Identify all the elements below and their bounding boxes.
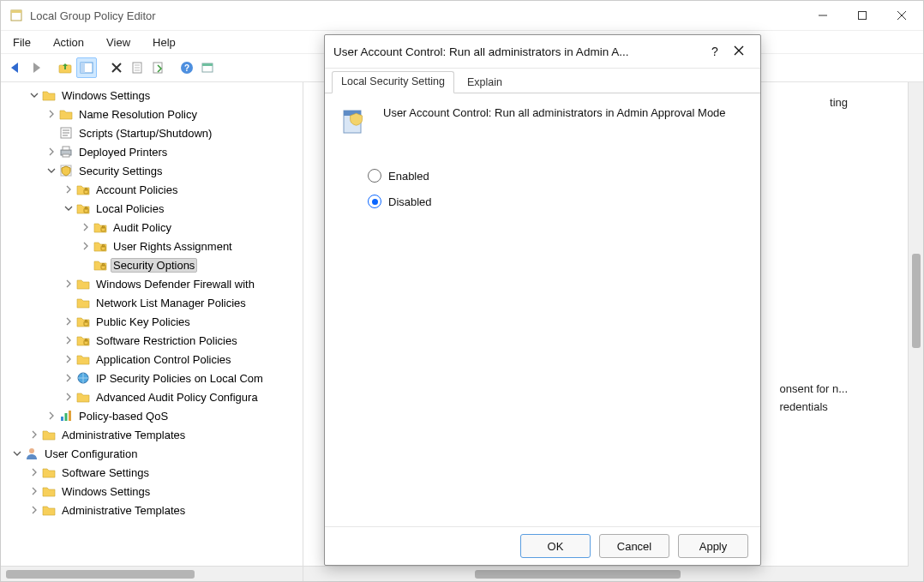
svg-rect-21 xyxy=(63,154,69,157)
tree-item[interactable]: Software Settings xyxy=(4,463,303,482)
details-horizontal-scrollbar[interactable] xyxy=(303,566,909,581)
scrollbar-thumb[interactable] xyxy=(6,570,195,579)
dialog-close-button[interactable] xyxy=(726,44,752,59)
scrollbar-thumb[interactable] xyxy=(912,254,921,348)
tree-item-label: Security Settings xyxy=(76,164,165,178)
maximize-button[interactable] xyxy=(843,2,882,29)
expand-icon[interactable] xyxy=(63,183,75,195)
tree-item-label: Policy-based QoS xyxy=(76,409,171,423)
apply-button[interactable]: Apply xyxy=(678,534,748,558)
expand-icon[interactable] xyxy=(28,504,40,516)
folder-l-icon xyxy=(93,258,107,272)
folder-l-icon xyxy=(76,333,90,347)
radio-disabled-label: Disabled xyxy=(388,195,432,208)
svg-rect-8 xyxy=(81,63,85,73)
tree-item[interactable]: Policy-based QoS xyxy=(4,406,303,425)
expand-icon[interactable] xyxy=(28,466,40,478)
expand-icon[interactable] xyxy=(45,146,57,158)
tree-item[interactable]: Security Options xyxy=(4,255,303,274)
collapse-icon[interactable] xyxy=(28,89,40,101)
scrollbar-thumb[interactable] xyxy=(475,570,681,579)
dialog-help-button[interactable]: ? xyxy=(704,45,726,58)
ok-button[interactable]: OK xyxy=(520,534,591,558)
export-button[interactable] xyxy=(148,58,167,77)
up-folder-button[interactable] xyxy=(56,58,75,77)
folder-icon xyxy=(76,296,90,309)
tree-item[interactable]: Audit Policy xyxy=(4,218,303,237)
tree-item[interactable]: Administrative Templates xyxy=(4,501,303,519)
help-button[interactable]: ? xyxy=(177,58,196,77)
tree-pane: Windows SettingsName Resolution PolicySc… xyxy=(1,82,303,581)
folder-icon xyxy=(42,428,56,441)
expand-icon[interactable] xyxy=(63,391,75,403)
tree-item[interactable]: Name Resolution Policy xyxy=(4,105,303,123)
tree-item[interactable]: Software Restriction Policies xyxy=(4,331,303,350)
svg-rect-20 xyxy=(63,147,69,150)
delete-button[interactable] xyxy=(107,58,126,77)
expand-icon[interactable] xyxy=(28,485,40,497)
collapse-icon[interactable] xyxy=(63,202,75,214)
show-tree-button[interactable] xyxy=(76,57,97,78)
tree-item[interactable]: Public Key Policies xyxy=(4,312,303,331)
menu-file[interactable]: File xyxy=(9,34,34,51)
tree-item[interactable]: User Rights Assignment xyxy=(4,237,303,255)
svg-rect-17 xyxy=(202,63,213,66)
radio-disabled[interactable]: Disabled xyxy=(368,195,745,208)
collapse-icon[interactable] xyxy=(45,165,57,177)
tree-item-label: User Configuration xyxy=(42,447,140,461)
svg-rect-1 xyxy=(11,10,21,13)
properties-button[interactable] xyxy=(128,58,147,77)
tab-explain[interactable]: Explain xyxy=(458,72,512,93)
tree-item[interactable]: Windows Defender Firewall with xyxy=(4,274,303,293)
tree-item[interactable]: Account Policies xyxy=(4,180,303,199)
close-button[interactable] xyxy=(882,2,921,29)
radio-icon xyxy=(368,169,381,183)
tree-item[interactable]: Windows Settings xyxy=(4,86,303,105)
folder-l-icon xyxy=(76,201,90,215)
expand-icon[interactable] xyxy=(63,315,75,327)
expand-icon[interactable] xyxy=(28,429,40,441)
folder-l-icon xyxy=(76,183,90,196)
back-button[interactable] xyxy=(6,58,25,77)
tree-item[interactable]: Application Control Policies xyxy=(4,350,303,369)
tree-item[interactable]: IP Security Policies on Local Com xyxy=(4,369,303,387)
minimize-button[interactable] xyxy=(803,2,843,29)
folder-l-icon xyxy=(93,239,107,253)
expand-icon[interactable] xyxy=(45,108,57,120)
tree-item-label: Advanced Audit Policy Configura xyxy=(93,390,261,405)
tree-item[interactable]: Administrative Templates xyxy=(4,425,303,444)
tree-horizontal-scrollbar[interactable] xyxy=(1,566,303,581)
forward-button[interactable] xyxy=(27,58,45,77)
tree-item[interactable]: Scripts (Startup/Shutdown) xyxy=(4,123,303,142)
tree-item[interactable]: Advanced Audit Policy Configura xyxy=(4,387,303,406)
tab-local-security-setting[interactable]: Local Security Setting xyxy=(332,71,454,93)
cancel-button[interactable]: Cancel xyxy=(599,534,669,558)
expand-icon[interactable] xyxy=(63,334,75,346)
radio-enabled-label: Enabled xyxy=(388,170,429,183)
tree-item[interactable]: Deployed Printers xyxy=(4,142,303,161)
svg-point-41 xyxy=(29,448,34,453)
expand-icon[interactable] xyxy=(63,353,75,365)
refresh-filter-button[interactable] xyxy=(198,58,217,77)
tree-item[interactable]: Windows Settings xyxy=(4,482,303,501)
radio-enabled[interactable]: Enabled xyxy=(368,169,745,183)
titlebar: Local Group Policy Editor xyxy=(1,1,923,31)
expand-icon[interactable] xyxy=(63,372,75,384)
app-icon xyxy=(9,9,23,22)
tree-item[interactable]: Network List Manager Policies xyxy=(4,293,303,312)
collapse-icon[interactable] xyxy=(11,447,23,459)
tree-item[interactable]: User Configuration xyxy=(4,444,303,463)
expand-icon[interactable] xyxy=(80,240,92,252)
folder-icon xyxy=(42,88,56,102)
menu-view[interactable]: View xyxy=(103,34,134,51)
details-vertical-scrollbar[interactable] xyxy=(908,82,923,581)
expand-icon[interactable] xyxy=(63,278,75,290)
svg-rect-3 xyxy=(859,12,867,20)
menu-help[interactable]: Help xyxy=(149,34,179,51)
tree-item[interactable]: Security Settings xyxy=(4,161,303,180)
menu-action[interactable]: Action xyxy=(50,34,87,51)
expand-icon[interactable] xyxy=(80,221,92,233)
navigation-tree[interactable]: Windows SettingsName Resolution PolicySc… xyxy=(1,82,303,566)
expand-icon[interactable] xyxy=(45,410,57,422)
tree-item[interactable]: Local Policies xyxy=(4,199,303,218)
